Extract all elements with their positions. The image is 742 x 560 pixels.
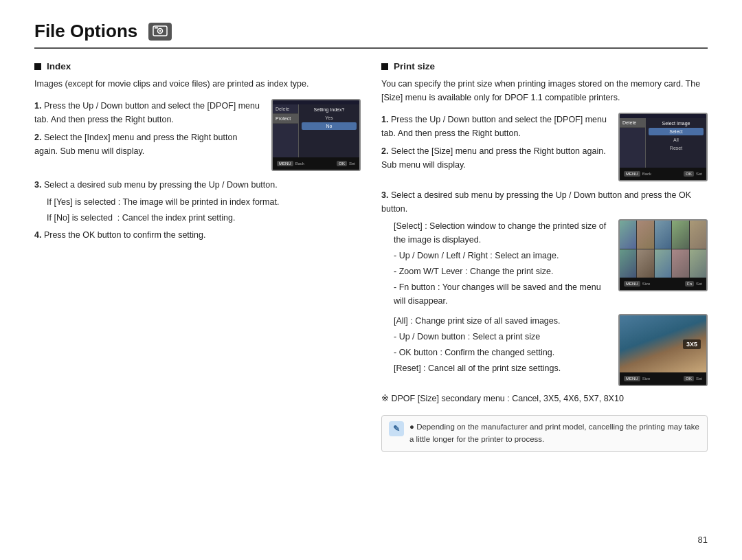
size-badge: 3X5 xyxy=(683,339,701,349)
steps-with-screenshot: 1. Press the Up / Down button and select… xyxy=(34,99,361,171)
photo-cell-3 xyxy=(655,221,671,249)
heading-bullet xyxy=(34,63,41,70)
right-steps-1-2-text: 1. Press the Up / Down button and select… xyxy=(381,113,609,176)
page-title: File Options xyxy=(34,21,137,42)
right-back-label: Back xyxy=(642,172,651,176)
right-menu-btn: MENU xyxy=(624,171,640,177)
left-column: Index Images (except for movie clips and… xyxy=(34,61,361,452)
set-label2: Set xyxy=(696,282,702,286)
all-reset-block: [All] : Change print size of all saved i… xyxy=(381,314,708,386)
index-heading-text: Index xyxy=(47,61,71,71)
menu-delete: Delete xyxy=(273,104,298,114)
file-options-icon xyxy=(148,23,172,41)
back-label: Back xyxy=(295,161,304,166)
content-columns: Index Images (except for movie clips and… xyxy=(34,61,708,452)
all-desc: [All] : Change print size of all saved i… xyxy=(381,314,609,328)
title-bar: File Options xyxy=(34,21,708,49)
menu-protect: Protect xyxy=(273,114,298,124)
right-step-1: 1. Press the Up / Down button and select… xyxy=(381,113,609,140)
step-3-yes: If [Yes] is selected : The image will be… xyxy=(34,195,361,209)
set-label: Set xyxy=(349,161,355,166)
right-column: Print size You can specify the print siz… xyxy=(381,61,708,452)
photo-cell-1 xyxy=(620,221,636,249)
steps-1-2-text: 1. Press the Up / Down button and select… xyxy=(34,99,262,171)
note-box: ✎ ● Depending on the manufacturer and pr… xyxy=(381,415,708,452)
zoom-lever: - Zoom W/T Lever : Change the print size… xyxy=(381,265,609,278)
right-menu-all: All xyxy=(649,136,704,144)
photo-cell-9 xyxy=(672,249,688,278)
right-menu-reset: Reset xyxy=(649,144,704,152)
print-size-heading-text: Print size xyxy=(394,61,435,71)
print-size-camera-screen: Delete Select Image Select All Reset xyxy=(618,113,708,181)
menu-title: Setting Index? xyxy=(302,107,357,112)
heading-bullet-right xyxy=(381,63,388,70)
photo-cell-6 xyxy=(620,249,636,278)
select-desc: [Select] : Selection window to change th… xyxy=(381,219,609,247)
page: File Options Index Images (except for mo… xyxy=(0,0,742,560)
dpof-size-note: ※ DPOF [Size] secondary menu : Cancel, 3… xyxy=(381,392,708,405)
all-reset-text: [All] : Change print size of all saved i… xyxy=(381,314,609,386)
reset-desc: [Reset] : Cancel all of the print size s… xyxy=(381,361,609,375)
up-down-select: - Up / Down button : Select a print size xyxy=(381,330,609,344)
right-ok-btn: OK xyxy=(684,171,694,177)
size-btn2: MENU xyxy=(624,376,640,381)
size-btn: MENU xyxy=(624,281,640,287)
note-text: ● Depending on the manufacturer and prin… xyxy=(409,421,700,446)
step-3: 3. Select a desired sub menu by pressing… xyxy=(34,178,361,192)
note-icon: ✎ xyxy=(389,421,404,436)
select-explanation-text: [Select] : Selection window to change th… xyxy=(381,219,609,310)
photo-grid-screen: MENU Size Fn Set xyxy=(618,219,708,291)
photo-cell-10 xyxy=(690,249,706,278)
fn-btn: Fn xyxy=(685,281,694,287)
index-section-heading: Index xyxy=(34,61,361,71)
step-2: 2. Select the [Index] menu and press the… xyxy=(34,131,262,158)
menu-no: No xyxy=(302,122,357,130)
step-1: 1. Press the Up / Down button and select… xyxy=(34,99,262,126)
print-size-intro: You can specify the print size when prin… xyxy=(381,77,708,104)
select-explanation-block: [Select] : Selection window to change th… xyxy=(381,219,708,310)
fn-button: - Fn button : Your changes will be saved… xyxy=(381,280,609,308)
ok-btn: OK xyxy=(337,161,347,166)
photo-cell-8 xyxy=(655,249,671,278)
photo-cell-5 xyxy=(690,221,706,249)
page-number: 81 xyxy=(698,535,708,545)
up-down-left-right: - Up / Down / Left / Right : Select an i… xyxy=(381,249,609,262)
menu-btn: MENU xyxy=(277,161,293,166)
right-menu-title: Select Image xyxy=(649,121,704,126)
photo-cell-2 xyxy=(637,221,653,249)
right-screens: MENU Size Fn Set xyxy=(618,219,708,310)
index-camera-screen: Delete Protect Setting Index? Yes No xyxy=(271,99,361,171)
step-3-no: If [No] is selected : Cancel the index p… xyxy=(34,211,361,225)
right-steps-with-screenshot: 1. Press the Up / Down button and select… xyxy=(381,113,708,181)
right-menu-delete: Delete xyxy=(620,118,645,128)
photo-cell-7 xyxy=(637,249,653,278)
size-label: Size xyxy=(642,282,651,286)
right-menu-select: Select xyxy=(649,128,704,135)
set-label3: Set xyxy=(696,377,702,381)
ok-btn2: OK xyxy=(684,376,694,381)
step-4: 4. Press the OK button to confirm the se… xyxy=(34,228,361,242)
right-set-label: Set xyxy=(696,172,702,176)
print-size-section-heading: Print size xyxy=(381,61,708,71)
right-step-2: 2. Select the [Size] menu and press the … xyxy=(381,144,609,172)
right-step-3: 3. Select a desired sub menu by pressing… xyxy=(381,188,708,216)
menu-yes: Yes xyxy=(302,114,357,122)
photo-cell-4 xyxy=(672,221,688,249)
ok-confirm: - OK button : Confirm the changed settin… xyxy=(381,346,609,359)
svg-point-2 xyxy=(159,30,161,31)
index-intro: Images (except for movie clips and voice… xyxy=(34,77,361,91)
print-preview-screen: 3X5 MENU Size OK Set xyxy=(618,314,708,386)
size-label2: Size xyxy=(642,377,651,381)
svg-rect-3 xyxy=(155,27,158,28)
